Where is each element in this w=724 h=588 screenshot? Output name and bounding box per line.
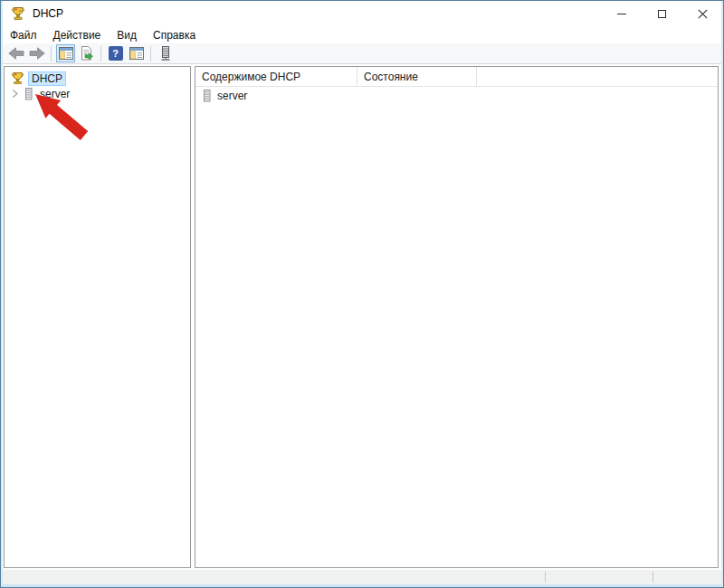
details-pane: Содержимое DHCP Состояние server bbox=[195, 66, 719, 568]
back-icon bbox=[8, 47, 24, 60]
dhcp-app-icon bbox=[11, 6, 25, 21]
close-icon bbox=[698, 9, 708, 19]
export-list-button[interactable] bbox=[77, 44, 96, 62]
dhcp-console-window: DHCP Файл Действие Вид Справка bbox=[0, 0, 724, 588]
column-header-contents[interactable]: Содержимое DHCP bbox=[195, 67, 357, 86]
titlebar[interactable]: DHCP bbox=[1, 1, 723, 26]
statusbar-separator bbox=[545, 572, 546, 583]
toolbar: ? bbox=[1, 43, 723, 64]
window-frame-bottom bbox=[1, 584, 723, 587]
show-console-tree-button[interactable] bbox=[56, 44, 75, 62]
server-icon bbox=[202, 90, 212, 102]
maximize-icon bbox=[658, 10, 666, 18]
tree-root-dhcp[interactable]: DHCP bbox=[5, 71, 190, 86]
list-header: Содержимое DHCP Состояние bbox=[195, 67, 718, 87]
forward-button[interactable] bbox=[27, 44, 46, 62]
menu-file[interactable]: Файл bbox=[2, 27, 45, 43]
minimize-icon bbox=[617, 14, 626, 14]
toolbar-separator bbox=[100, 46, 101, 62]
list-row-name: server bbox=[217, 90, 247, 102]
statusbar bbox=[1, 570, 723, 584]
toolbar-separator bbox=[150, 46, 151, 62]
column-header-status[interactable]: Состояние bbox=[357, 67, 477, 86]
back-button[interactable] bbox=[6, 44, 25, 62]
server-status-button[interactable] bbox=[156, 44, 175, 62]
menu-action[interactable]: Действие bbox=[45, 27, 110, 43]
main-area: DHCP bbox=[1, 64, 723, 570]
help-icon: ? bbox=[109, 46, 123, 61]
menu-view[interactable]: Вид bbox=[109, 27, 145, 43]
export-list-icon bbox=[80, 46, 94, 61]
menubar: Файл Действие Вид Справка bbox=[1, 26, 723, 43]
red-arrow-annotation bbox=[28, 89, 99, 147]
menu-help[interactable]: Справка bbox=[145, 27, 204, 43]
list-row-server[interactable]: server bbox=[195, 87, 718, 104]
minimize-button[interactable] bbox=[601, 1, 642, 26]
chevron-right-icon[interactable] bbox=[11, 89, 20, 99]
close-button[interactable] bbox=[682, 1, 723, 26]
show-console-tree-icon bbox=[59, 47, 73, 60]
properties-window-icon bbox=[129, 47, 144, 60]
dhcp-console-icon bbox=[11, 71, 24, 85]
window-title: DHCP bbox=[33, 7, 63, 20]
statusbar-separator bbox=[653, 572, 653, 583]
forward-icon bbox=[29, 47, 45, 60]
tree-root-label[interactable]: DHCP bbox=[28, 71, 66, 86]
help-button[interactable]: ? bbox=[106, 44, 125, 62]
toolbar-separator bbox=[51, 46, 52, 62]
properties-window-button[interactable] bbox=[127, 44, 146, 62]
maximize-button[interactable] bbox=[642, 1, 682, 26]
server-status-icon bbox=[159, 46, 172, 61]
